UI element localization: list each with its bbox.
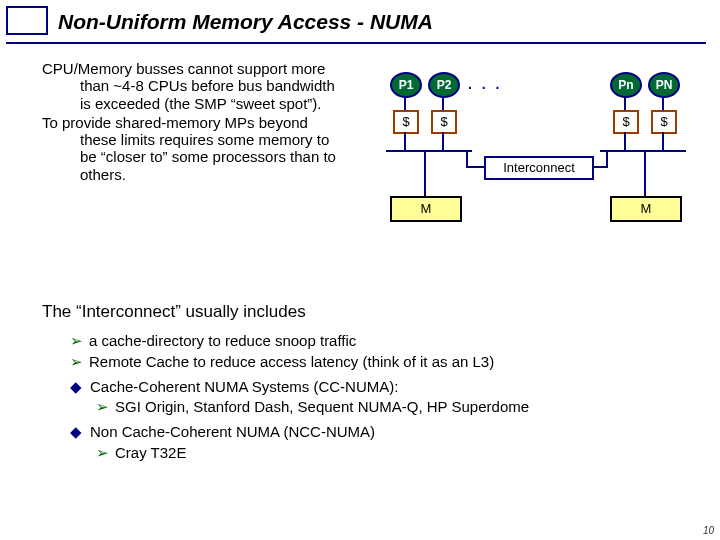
- corner-decoration: [6, 6, 48, 35]
- line: [662, 132, 664, 150]
- line: [466, 150, 468, 166]
- cache-n: $: [613, 110, 639, 134]
- line: [442, 96, 444, 110]
- paragraph-2: To provide shared-memory MPs beyond thes…: [42, 114, 342, 183]
- arrow-bullet-icon: ➢: [70, 353, 83, 370]
- line: [404, 96, 406, 110]
- title-underline: [6, 42, 706, 44]
- bullet-item: ➢Remote Cache to reduce access latency (…: [70, 353, 680, 372]
- ellipsis-left: . . .: [468, 76, 502, 92]
- bus-right: [600, 150, 686, 152]
- processor-p2: P2: [428, 72, 460, 98]
- section-title: The “Interconnect” usually includes: [42, 302, 306, 322]
- interconnect-box: Interconnect: [484, 156, 594, 180]
- paragraph-1: CPU/Memory busses cannot support more th…: [42, 60, 342, 112]
- processor-pn: Pn: [610, 72, 642, 98]
- body-text: CPU/Memory busses cannot support more th…: [42, 60, 342, 185]
- diamond-bullet-icon: ◆: [70, 378, 82, 395]
- bullet-text: Non Cache-Coherent NUMA (NCC-NUMA): [90, 423, 375, 440]
- line: [624, 132, 626, 150]
- line: [424, 150, 426, 196]
- line: [662, 96, 664, 110]
- numa-diagram: P1 P2 . . . Pn PN $ $ $ $ Interconnect: [380, 72, 700, 242]
- bullet-list: ➢a cache-directory to reduce snoop traff…: [70, 330, 680, 465]
- line: [466, 166, 484, 168]
- memory-right: M: [610, 196, 682, 222]
- bullet-item: ◆Non Cache-Coherent NUMA (NCC-NUMA): [70, 423, 680, 442]
- cache-1: $: [393, 110, 419, 134]
- line: [442, 132, 444, 150]
- processor-p1: P1: [390, 72, 422, 98]
- bullet-item: ➢a cache-directory to reduce snoop traff…: [70, 332, 680, 351]
- arrow-bullet-icon: ➢: [96, 444, 109, 461]
- line: [624, 96, 626, 110]
- slide-number: 10: [703, 525, 714, 536]
- memory-left: M: [390, 196, 462, 222]
- line: [644, 150, 646, 196]
- bullet-item: ➢SGI Origin, Stanford Dash, Sequent NUMA…: [96, 398, 680, 417]
- arrow-bullet-icon: ➢: [96, 398, 109, 415]
- bullet-text: Cray T32E: [115, 444, 186, 461]
- line: [404, 132, 406, 150]
- bullet-text: SGI Origin, Stanford Dash, Sequent NUMA-…: [115, 398, 529, 415]
- bullet-text: Remote Cache to reduce access latency (t…: [89, 353, 494, 370]
- slide-title: Non-Uniform Memory Access - NUMA: [58, 10, 433, 34]
- bullet-text: Cache-Coherent NUMA Systems (CC-NUMA):: [90, 378, 398, 395]
- cache-N: $: [651, 110, 677, 134]
- bus-left: [386, 150, 472, 152]
- line: [606, 150, 608, 166]
- bullet-item: ➢Cray T32E: [96, 444, 680, 463]
- processor-pN: PN: [648, 72, 680, 98]
- cache-2: $: [431, 110, 457, 134]
- diamond-bullet-icon: ◆: [70, 423, 82, 440]
- arrow-bullet-icon: ➢: [70, 332, 83, 349]
- bullet-item: ◆Cache-Coherent NUMA Systems (CC-NUMA):: [70, 378, 680, 397]
- bullet-text: a cache-directory to reduce snoop traffi…: [89, 332, 356, 349]
